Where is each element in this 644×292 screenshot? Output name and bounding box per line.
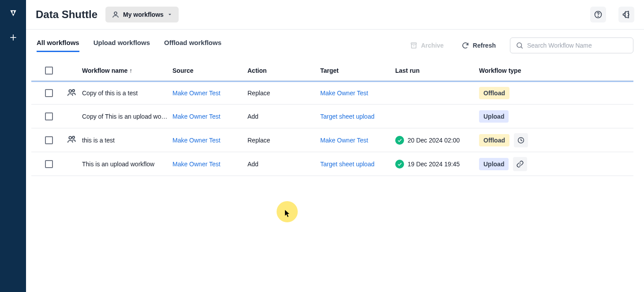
- tab-all-workflows[interactable]: All workflows: [37, 39, 79, 52]
- target-link[interactable]: Make Owner Test: [320, 137, 368, 144]
- chevron-down-icon: [167, 12, 172, 17]
- svg-point-5: [598, 16, 599, 17]
- announcements-button[interactable]: [618, 7, 634, 22]
- svg-point-13: [72, 136, 75, 139]
- shared-icon: [67, 88, 76, 99]
- workflow-name: This is an upload workflow: [82, 161, 172, 168]
- workflow-type-badge: Upload: [479, 110, 509, 123]
- link-button[interactable]: [513, 157, 527, 171]
- row-checkbox[interactable]: [45, 160, 53, 168]
- archive-icon: [410, 41, 418, 49]
- action-text: Replace: [247, 137, 320, 144]
- row-checkbox[interactable]: [45, 89, 53, 97]
- svg-point-3: [114, 12, 117, 15]
- col-header-type[interactable]: Workflow type: [479, 67, 536, 74]
- table-row[interactable]: Copy of this is a testMake Owner TestRep…: [31, 81, 633, 105]
- table-row[interactable]: This is an upload workflowMake Owner Tes…: [31, 152, 633, 176]
- svg-point-8: [517, 43, 522, 48]
- megaphone-icon: [622, 10, 631, 19]
- svg-point-10: [69, 90, 71, 92]
- source-link[interactable]: Make Owner Test: [172, 161, 221, 168]
- source-link[interactable]: Make Owner Test: [172, 90, 221, 97]
- select-all-checkbox[interactable]: [45, 67, 53, 75]
- toolbar: All workflowsUpload workflowsOffload wor…: [26, 30, 644, 53]
- help-button[interactable]: [590, 7, 606, 22]
- dropdown-label: My workflows: [123, 11, 164, 18]
- col-header-action[interactable]: Action: [247, 67, 320, 74]
- svg-point-12: [69, 136, 71, 139]
- row-checkbox[interactable]: [45, 136, 53, 144]
- tabs: All workflowsUpload workflowsOffload wor…: [37, 39, 221, 52]
- shared-icon: [67, 135, 76, 146]
- target-link[interactable]: Make Owner Test: [320, 90, 368, 97]
- status-success-icon: [395, 136, 404, 145]
- schedule-button[interactable]: [514, 133, 528, 147]
- page-title: Data Shuttle: [36, 8, 97, 21]
- workflow-type-badge: Upload: [479, 158, 509, 170]
- help-icon: [594, 10, 603, 19]
- row-checkbox[interactable]: [45, 112, 53, 120]
- workflow-type-badge: Offload: [479, 87, 509, 99]
- table-header: Workflow name ↑ Source Action Target Las…: [31, 60, 633, 81]
- app-logo-icon[interactable]: [8, 8, 19, 19]
- status-success-icon: [395, 160, 404, 168]
- search-box[interactable]: [510, 37, 633, 53]
- target-link[interactable]: Target sheet upload: [320, 161, 374, 168]
- sort-ascending-icon: ↑: [129, 67, 132, 74]
- table-row[interactable]: this is a testMake Owner TestReplaceMake…: [31, 128, 633, 152]
- svg-rect-6: [411, 43, 416, 44]
- top-bar: Data Shuttle My workflows: [26, 0, 644, 30]
- tab-upload-workflows[interactable]: Upload workflows: [94, 39, 150, 52]
- lastrun-text: 19 Dec 2024 19:45: [408, 161, 460, 168]
- refresh-label: Refresh: [473, 42, 496, 49]
- refresh-button[interactable]: Refresh: [458, 39, 499, 52]
- svg-point-11: [72, 90, 75, 92]
- action-text: Add: [247, 113, 320, 120]
- search-icon: [516, 41, 524, 49]
- workflow-table: Workflow name ↑ Source Action Target Las…: [26, 60, 644, 176]
- col-header-source[interactable]: Source: [172, 67, 247, 74]
- svg-line-9: [521, 47, 522, 48]
- col-header-name[interactable]: Workflow name ↑: [82, 67, 172, 74]
- workflow-type-badge: Offload: [479, 134, 509, 146]
- left-sidebar: [0, 0, 26, 292]
- svg-rect-0: [12, 11, 14, 14]
- workflow-name: Copy of this is a test: [82, 90, 172, 97]
- col-header-target[interactable]: Target: [320, 67, 395, 74]
- tab-offload-workflows[interactable]: Offload workflows: [164, 39, 221, 52]
- workflow-name: Copy of This is an upload workflow: [82, 113, 172, 120]
- action-text: Replace: [247, 90, 320, 97]
- workflows-dropdown[interactable]: My workflows: [105, 7, 179, 22]
- col-header-lastrun[interactable]: Last run: [395, 67, 479, 74]
- source-link[interactable]: Make Owner Test: [172, 137, 221, 144]
- user-icon: [112, 11, 120, 19]
- source-link[interactable]: Make Owner Test: [172, 113, 221, 120]
- action-text: Add: [247, 161, 320, 168]
- refresh-icon: [461, 41, 469, 49]
- target-link[interactable]: Target sheet upload: [320, 113, 374, 120]
- archive-label: Archive: [421, 42, 444, 49]
- lastrun-text: 20 Dec 2024 02:00: [408, 137, 460, 144]
- workflow-name: this is a test: [82, 137, 172, 144]
- archive-button[interactable]: Archive: [406, 39, 447, 52]
- add-button[interactable]: [7, 31, 20, 44]
- search-input[interactable]: [527, 42, 628, 49]
- table-row[interactable]: Copy of This is an upload workflowMake O…: [31, 105, 633, 128]
